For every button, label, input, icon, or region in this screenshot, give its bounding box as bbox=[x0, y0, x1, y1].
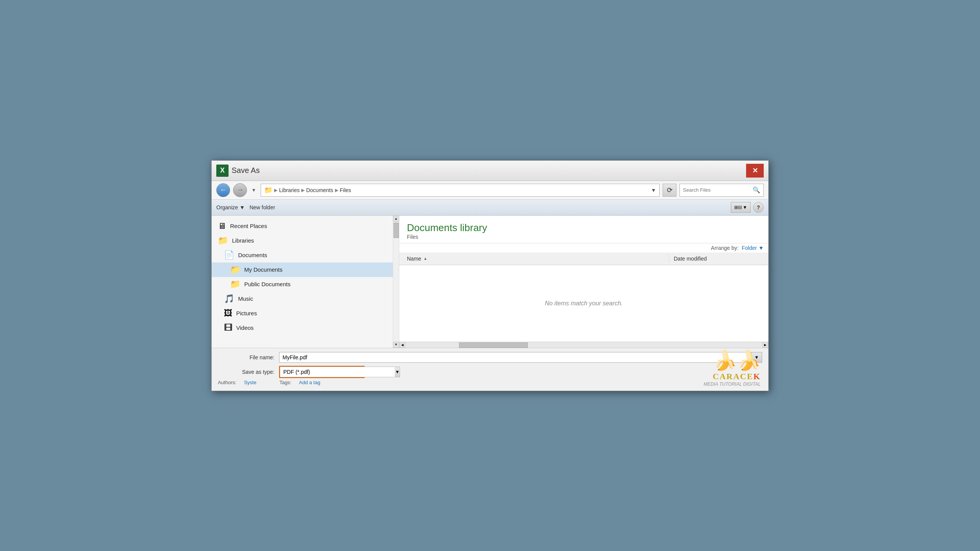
view-icon: ⊞⊟ bbox=[734, 205, 742, 210]
savetype-input[interactable] bbox=[280, 367, 395, 377]
libraries-icon: 📁 bbox=[218, 236, 228, 246]
recent-places-label: Recent Places bbox=[230, 223, 267, 229]
media-label: MEDIA TUTORIAL DIGITAL bbox=[704, 381, 761, 387]
forward-button[interactable]: → bbox=[233, 183, 247, 197]
h-scroll-thumb[interactable] bbox=[459, 342, 528, 348]
pictures-icon: 🖼 bbox=[224, 308, 232, 318]
sidebar-scrollbar: ▲ ▼ bbox=[393, 216, 399, 348]
help-button[interactable]: ? bbox=[753, 202, 764, 213]
file-list: No items match your search. bbox=[399, 265, 768, 342]
toolbar-left: Organize ▼ New folder bbox=[216, 204, 275, 210]
filename-label: File name: bbox=[218, 354, 279, 360]
back-button[interactable]: ← bbox=[216, 183, 230, 197]
videos-label: Videos bbox=[236, 324, 254, 331]
refresh-button[interactable]: ⟳ bbox=[663, 184, 676, 197]
library-subtitle: Files bbox=[407, 234, 761, 240]
savetype-highlight: ▼ bbox=[279, 366, 365, 378]
sidebar-scroll-down[interactable]: ▼ bbox=[393, 342, 399, 348]
libraries-label: Libraries bbox=[232, 237, 254, 244]
h-scroll-right[interactable]: ▶ bbox=[762, 342, 768, 348]
path-dropdown-icon[interactable]: ▼ bbox=[651, 187, 656, 193]
sidebar-item-libraries[interactable]: 📁 Libraries bbox=[212, 233, 399, 248]
tags-link[interactable]: Add a tag bbox=[299, 380, 320, 385]
path-folder-icon: 📁 bbox=[264, 186, 273, 194]
author-link[interactable]: Syste bbox=[244, 380, 256, 385]
search-icon: 🔍 bbox=[753, 186, 760, 194]
sidebar-item-recent-places[interactable]: 🖥 Recent Places bbox=[212, 219, 399, 233]
path-files[interactable]: Files bbox=[340, 187, 351, 193]
bottom-form-area: File name: ▼ Save as type: ▼ Authors: Sy… bbox=[212, 348, 768, 391]
close-button[interactable]: ✕ bbox=[746, 164, 764, 178]
file-pane: Documents library Files Arrange by: Fold… bbox=[399, 216, 768, 348]
caracek-k-label: K bbox=[753, 372, 761, 381]
my-documents-label: My Documents bbox=[244, 266, 283, 273]
arrange-bar: Arrange by: Folder ▼ bbox=[399, 243, 768, 253]
sidebar-item-public-documents[interactable]: 📁 Public Documents bbox=[212, 277, 399, 292]
caracek-label: CARACE bbox=[713, 372, 753, 381]
empty-message: No items match your search. bbox=[545, 300, 623, 307]
column-headers: Name ▲ Date modified bbox=[399, 253, 768, 265]
savetype-label: Save as type: bbox=[218, 369, 279, 375]
organize-button[interactable]: Organize ▼ bbox=[216, 204, 245, 210]
path-libraries[interactable]: Libraries bbox=[279, 187, 300, 193]
search-input[interactable] bbox=[683, 187, 750, 193]
music-label: Music bbox=[238, 295, 253, 302]
toolbar: Organize ▼ New folder ⊞⊟ ▼ ? bbox=[212, 200, 768, 215]
view-button[interactable]: ⊞⊟ ▼ bbox=[731, 202, 751, 213]
toolbar-right: ⊞⊟ ▼ ? bbox=[731, 202, 764, 213]
arrange-by-label: Arrange by: bbox=[711, 245, 738, 251]
dialog-title: Save As bbox=[232, 166, 260, 175]
sidebar-item-music[interactable]: 🎵 Music bbox=[212, 292, 399, 306]
sidebar-scroll-up[interactable]: ▲ bbox=[393, 216, 399, 222]
documents-label: Documents bbox=[238, 252, 267, 258]
sidebar-item-my-documents[interactable]: 📁 My Documents bbox=[212, 262, 399, 277]
recent-places-icon: 🖥 bbox=[218, 221, 226, 231]
arrange-folder-dropdown[interactable]: Folder ▼ bbox=[742, 245, 764, 251]
horizontal-scrollbar: ◀ ▶ bbox=[399, 342, 768, 348]
savetype-dropdown[interactable]: ▼ bbox=[395, 367, 400, 377]
file-header: Documents library Files bbox=[399, 216, 768, 243]
my-documents-icon: 📁 bbox=[230, 265, 240, 275]
sidebar-item-pictures[interactable]: 🖼 Pictures bbox=[212, 306, 399, 321]
save-as-dialog: X Save As ✕ ← → ▼ 📁 ▶ Libraries ▶ Docume… bbox=[211, 160, 769, 391]
nav-dropdown-button[interactable]: ▼ bbox=[250, 183, 258, 197]
address-bar: ← → ▼ 📁 ▶ Libraries ▶ Documents ▶ Files … bbox=[212, 181, 768, 200]
new-folder-button[interactable]: New folder bbox=[250, 204, 275, 210]
library-title: Documents library bbox=[407, 222, 761, 234]
public-documents-icon: 📁 bbox=[230, 279, 240, 289]
savetype-row: Save as type: ▼ bbox=[218, 366, 762, 378]
extra-row: Authors: Syste Tags: Add a tag bbox=[218, 380, 762, 385]
pictures-label: Pictures bbox=[236, 310, 257, 316]
sidebar: ▲ ▼ 🖥 Recent Places 📁 Libraries 📄 Docume… bbox=[212, 216, 399, 348]
brand-text: CARACEK bbox=[704, 372, 761, 381]
title-bar: X Save As ✕ bbox=[212, 161, 768, 181]
title-bar-left: X Save As bbox=[216, 165, 260, 177]
column-name[interactable]: Name ▲ bbox=[399, 254, 669, 263]
public-documents-label: Public Documents bbox=[244, 281, 291, 287]
column-date-modified[interactable]: Date modified bbox=[669, 254, 768, 263]
videos-icon: 🎞 bbox=[224, 323, 232, 333]
author-label: Authors: bbox=[218, 380, 236, 385]
banana-icon: 🍌🍌 bbox=[704, 349, 761, 372]
main-content: ▲ ▼ 🖥 Recent Places 📁 Libraries 📄 Docume… bbox=[212, 215, 768, 348]
sort-arrow: ▲ bbox=[423, 256, 427, 261]
excel-icon: X bbox=[216, 165, 229, 177]
watermark: 🍌🍌 CARACEK MEDIA TUTORIAL DIGITAL bbox=[704, 349, 761, 387]
documents-icon: 📄 bbox=[224, 250, 234, 260]
sidebar-item-videos[interactable]: 🎞 Videos bbox=[212, 321, 399, 335]
filename-row: File name: ▼ bbox=[218, 352, 762, 363]
sidebar-scroll-thumb[interactable] bbox=[394, 223, 399, 238]
tags-label: Tags: bbox=[279, 380, 291, 385]
h-scroll-left[interactable]: ◀ bbox=[399, 342, 405, 348]
filename-input[interactable] bbox=[279, 352, 751, 363]
music-icon: 🎵 bbox=[224, 294, 234, 304]
address-path: 📁 ▶ Libraries ▶ Documents ▶ Files ▼ bbox=[261, 184, 660, 197]
search-box: 🔍 bbox=[679, 184, 764, 197]
path-documents[interactable]: Documents bbox=[306, 187, 333, 193]
h-scroll-track[interactable] bbox=[405, 342, 762, 348]
sidebar-item-documents[interactable]: 📄 Documents bbox=[212, 248, 399, 262]
